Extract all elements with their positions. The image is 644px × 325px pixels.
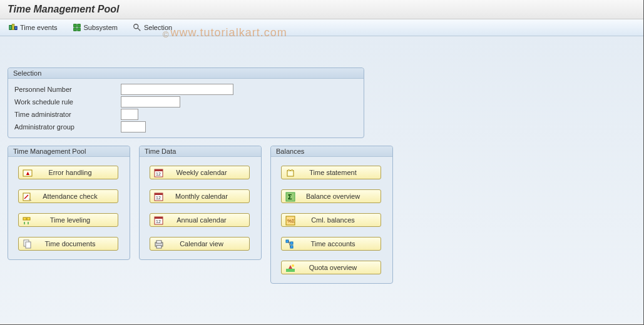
page-title: Time Management Pool	[8, 4, 119, 14]
selection-title: Selection	[8, 68, 364, 79]
balances-title: Balances	[271, 146, 392, 157]
svg-line-8	[138, 28, 140, 31]
svg-rect-26	[156, 241, 161, 243]
weekly-calendar-label: Weekly calendar	[168, 169, 245, 176]
row-work-schedule: Work schedule rule	[14, 96, 357, 108]
svg-rect-12	[23, 218, 26, 220]
toolbar-subsystem-label: Subsystem	[84, 24, 118, 31]
quota-overview-label: Quota overview	[299, 264, 377, 271]
toolbar-time-events-label: Time events	[20, 24, 58, 31]
svg-text:12: 12	[156, 196, 161, 200]
title-bar: Time Management Pool	[0, 0, 643, 19]
annual-calendar-label: Annual calendar	[168, 216, 245, 224]
pool-group: Time Management Pool ▲ Error handling At…	[8, 146, 130, 260]
svg-rect-28	[287, 171, 294, 176]
toolbar-selection[interactable]: Selection	[130, 22, 175, 33]
attendance-check-icon	[23, 192, 33, 201]
calendar-icon: 12	[154, 168, 164, 177]
cml-icon: %Σ	[285, 216, 295, 224]
time-leveling-icon	[23, 216, 33, 224]
svg-rect-34	[290, 242, 293, 244]
selection-group: Selection Personnel Number Work schedule…	[8, 68, 364, 138]
timedata-title: Time Data	[140, 146, 261, 157]
row-personnel-number: Personnel Number	[14, 84, 357, 95]
time-documents-button[interactable]: Time documents	[18, 237, 118, 251]
quota-overview-button[interactable]: Quota overview	[281, 261, 381, 274]
row-time-admin: Time administrator	[14, 109, 357, 120]
svg-rect-15	[26, 242, 31, 248]
svg-rect-23	[155, 217, 163, 219]
balance-overview-button[interactable]: Σ Balance overview	[281, 189, 381, 203]
timedata-group: Time Data 12 Weekly calendar 12 Monthly …	[139, 146, 262, 260]
svg-text:12: 12	[156, 219, 161, 224]
svg-text:12: 12	[156, 172, 161, 176]
svg-point-38	[292, 264, 294, 267]
svg-rect-2	[15, 26, 18, 29]
calendar-view-button[interactable]: Calendar view	[150, 237, 250, 251]
time-statement-label: Time statement	[299, 169, 377, 176]
row-admin-group: Administrator group	[14, 121, 357, 132]
svg-rect-35	[290, 246, 293, 248]
monthly-calendar-button[interactable]: 12 Monthly calendar	[150, 189, 250, 203]
error-handling-button[interactable]: ▲ Error handling	[18, 166, 118, 179]
error-handling-icon: ▲	[23, 168, 33, 177]
svg-rect-1	[12, 24, 14, 30]
svg-rect-36	[286, 269, 295, 272]
svg-rect-13	[27, 218, 30, 220]
time-leveling-label: Time leveling	[36, 216, 114, 224]
time-events-icon	[9, 23, 18, 32]
toolbar-selection-label: Selection	[144, 24, 172, 31]
svg-rect-5	[73, 28, 76, 31]
time-accounts-label: Time accounts	[299, 240, 377, 248]
button-columns: Time Management Pool ▲ Error handling At…	[8, 146, 636, 291]
admin-group-input[interactable]	[121, 121, 146, 132]
subsystem-icon	[73, 23, 81, 32]
svg-text:Σ: Σ	[288, 193, 292, 201]
toolbar-subsystem[interactable]: Subsystem	[70, 22, 120, 33]
weekly-calendar-button[interactable]: 12 Weekly calendar	[150, 166, 250, 179]
work-schedule-input[interactable]	[121, 96, 180, 108]
svg-rect-0	[9, 26, 12, 30]
quota-icon	[285, 263, 295, 272]
toolbar-time-events[interactable]: Time events	[6, 22, 60, 33]
sigma-icon: Σ	[285, 192, 295, 201]
work-schedule-label: Work schedule rule	[14, 98, 121, 106]
attendance-check-button[interactable]: Attendance check	[18, 189, 118, 203]
personnel-number-input[interactable]	[121, 84, 233, 95]
svg-text:▲: ▲	[25, 170, 31, 176]
balances-group: Balances Time statement Σ Balance overvi…	[270, 146, 393, 284]
time-statement-button[interactable]: Time statement	[281, 166, 381, 179]
cml-balances-button[interactable]: %Σ Cml. balances	[281, 213, 381, 227]
time-admin-input[interactable]	[121, 109, 138, 120]
calendar-view-label: Calendar view	[168, 240, 245, 248]
admin-group-label: Administrator group	[14, 123, 121, 131]
tree-icon	[285, 239, 295, 248]
statement-icon	[285, 168, 295, 177]
calendar-icon: 12	[154, 216, 164, 224]
svg-rect-4	[77, 24, 79, 27]
selection-icon	[133, 23, 141, 32]
svg-rect-3	[73, 24, 76, 27]
svg-rect-33	[286, 240, 289, 242]
error-handling-label: Error handling	[36, 169, 114, 176]
print-icon	[154, 239, 164, 248]
toolbar: Time events Subsystem Selection	[0, 19, 643, 36]
cml-balances-label: Cml. balances	[299, 216, 377, 224]
time-admin-label: Time administrator	[14, 111, 121, 118]
time-documents-icon	[23, 239, 33, 248]
svg-rect-27	[156, 246, 161, 248]
pool-title: Time Management Pool	[8, 146, 130, 157]
personnel-number-label: Personnel Number	[14, 86, 121, 93]
calendar-icon: 12	[154, 192, 164, 201]
annual-calendar-button[interactable]: 12 Annual calendar	[150, 213, 250, 227]
svg-rect-20	[155, 193, 163, 195]
time-accounts-button[interactable]: Time accounts	[281, 237, 381, 251]
svg-text:%Σ: %Σ	[287, 218, 295, 224]
svg-point-7	[134, 24, 138, 29]
time-leveling-button[interactable]: Time leveling	[18, 213, 118, 227]
svg-rect-6	[77, 28, 79, 31]
time-documents-label: Time documents	[36, 240, 114, 248]
attendance-check-label: Attendance check	[36, 192, 114, 200]
balance-overview-label: Balance overview	[299, 192, 377, 200]
content: Selection Personnel Number Work schedule…	[0, 36, 643, 323]
